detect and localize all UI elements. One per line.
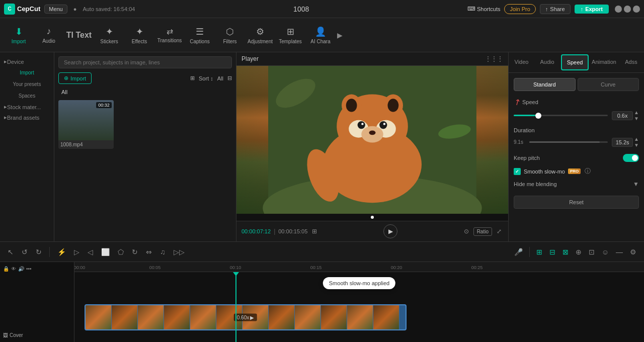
toolbar-text[interactable]: TI Text — [64, 20, 94, 50]
ruler-mark-3: 00:15 — [310, 265, 322, 270]
timeline-tool-4[interactable]: ⊕ — [573, 246, 584, 258]
sidebar-item-stock[interactable]: ▸ Stock mater... — [0, 102, 54, 112]
sort-button[interactable]: Sort ↕ — [199, 75, 213, 81]
mic-button[interactable]: 🎤 — [512, 246, 525, 258]
speed-up-arrow[interactable]: ▲ — [634, 110, 639, 115]
toolbar-adjustment[interactable]: ⚙ Adjustment — [246, 20, 275, 50]
toolbar-captions[interactable]: ☰ Captions — [185, 20, 214, 50]
duration-stepper[interactable]: ▲ ▼ — [634, 136, 639, 148]
timeline-tool-3[interactable]: ⊠ — [560, 246, 571, 258]
timeline-tool-2[interactable]: ⊟ — [547, 246, 558, 258]
split-tool[interactable]: ⚡ — [55, 246, 68, 258]
tab-audio[interactable]: Audio — [534, 55, 560, 70]
speed-tool-btn[interactable]: ▷▷ — [171, 246, 187, 258]
toolbar-stickers[interactable]: ✦ Stickers — [95, 20, 124, 50]
clip-frame — [347, 305, 373, 329]
left-panel: ▸ Device Import Your presets Spaces ▸ St… — [0, 52, 54, 241]
speed-slider[interactable] — [514, 112, 608, 120]
eye-icon[interactable]: 👁 — [11, 266, 16, 272]
toolbar-transitions[interactable]: ⇄ Transitions — [155, 20, 184, 50]
import-label: Import — [12, 39, 26, 44]
duration-down-arrow[interactable]: ▼ — [634, 142, 639, 148]
duration-start: 9.1s — [514, 139, 523, 145]
timeline-tool-1[interactable]: ⊞ — [534, 246, 545, 258]
play-button[interactable]: ▶ — [383, 224, 397, 238]
speed-thumb[interactable] — [535, 113, 541, 119]
undo-button[interactable]: ↺ — [19, 246, 30, 258]
clip-frame — [295, 305, 321, 329]
speed-label: ↗ Speed — [514, 97, 639, 107]
audio-icon[interactable]: 🔊 — [18, 266, 24, 272]
toolbar-more-button[interactable]: ▶ — [337, 31, 343, 39]
toolbar-effects[interactable]: ✦ Effects — [125, 20, 154, 50]
mask-tool[interactable]: ⬠ — [115, 246, 126, 258]
sidebar-item-brand-assets[interactable]: ▸ Brand assets — [0, 112, 54, 123]
export-button[interactable]: ↑ Export — [575, 5, 609, 14]
lock-icon[interactable]: 🔒 — [3, 266, 9, 272]
smooth-info-icon[interactable]: ⓘ — [585, 167, 591, 176]
keep-pitch-toggle[interactable] — [623, 154, 639, 162]
shortcuts-button[interactable]: ⌨ Shortcuts — [467, 6, 500, 12]
trim-left-tool[interactable]: ◁ — [85, 246, 96, 258]
sidebar-item-import[interactable]: Import — [0, 67, 54, 78]
grid-view-button[interactable]: ⊞ — [310, 226, 318, 236]
more-icon[interactable]: ••• — [26, 266, 32, 272]
toolbar-audio[interactable]: ♪ Audio — [34, 20, 63, 50]
timeline-settings[interactable]: ⚙ — [627, 246, 639, 258]
cover-label: 🖼 Cover — [3, 332, 71, 338]
svg-point-14 — [346, 99, 357, 112]
timeline-tool-7[interactable]: — — [613, 246, 625, 258]
trim-tool[interactable]: ▷ — [71, 246, 82, 258]
timeline-tool-6[interactable]: ☺ — [599, 246, 611, 258]
sidebar-item-spaces[interactable]: Spaces — [0, 90, 54, 102]
share-icon: ↑ — [545, 6, 548, 12]
timeline-tool-5[interactable]: ⊡ — [586, 246, 597, 258]
tab-video[interactable]: Video — [509, 55, 534, 70]
import-button[interactable]: ⊕ Import — [58, 72, 92, 84]
toolbar-templates[interactable]: ⊞ Templates — [276, 20, 305, 50]
minimize-button[interactable] — [615, 6, 622, 13]
ratio-button[interactable]: Ratio — [473, 227, 492, 236]
search-input[interactable] — [58, 56, 232, 68]
tab-speed[interactable]: Speed — [561, 54, 589, 70]
standard-tab[interactable]: Standard — [514, 78, 576, 91]
tab-animation[interactable]: Animation — [590, 55, 618, 70]
curve-tab[interactable]: Curve — [578, 78, 639, 91]
import-icon: ⬇ — [15, 26, 23, 37]
close-button[interactable] — [633, 6, 640, 13]
all-filter[interactable]: All — [217, 75, 223, 81]
maximize-button[interactable] — [624, 6, 631, 13]
speed-down-arrow[interactable]: ▼ — [634, 116, 639, 121]
menu-button[interactable]: Menu — [44, 5, 67, 14]
toolbar-ai-chara[interactable]: 👤 AI Chara — [306, 20, 335, 50]
toolbar-filters[interactable]: ⬡ Filters — [215, 20, 245, 50]
hide-me-row[interactable]: Hide me blending ▼ — [514, 181, 639, 188]
list-item[interactable]: 00:32 1008.mp4 — [58, 100, 114, 149]
speed-mode-tabs: Standard Curve — [514, 78, 639, 91]
tab-adss[interactable]: Adss — [618, 55, 644, 70]
share-button[interactable]: ↑ Share — [540, 4, 571, 14]
join-pro-button[interactable]: Join Pro — [504, 4, 535, 14]
sidebar-item-your-presets[interactable]: Your presets — [0, 78, 54, 90]
speed-stepper[interactable]: ▲ ▼ — [634, 110, 639, 121]
video-clip[interactable]: 0.60x ▶ — [85, 304, 407, 330]
crop-tool[interactable]: ⬜ — [99, 246, 112, 258]
audio-tool[interactable]: ♫ — [157, 246, 168, 258]
duration-up-arrow[interactable]: ▲ — [634, 136, 639, 142]
duration-slider[interactable] — [529, 138, 608, 146]
expand-button[interactable]: ⤢ — [495, 226, 503, 236]
reset-button[interactable]: Reset — [514, 196, 639, 209]
logo-icon: C — [4, 4, 15, 15]
select-tool[interactable]: ↖ — [5, 246, 16, 258]
right-panel-tabs: Video Audio Speed Animation Adss — [509, 52, 644, 73]
toolbar-import[interactable]: ⬇ Import — [4, 20, 33, 50]
grid-view-toggle[interactable]: ⊞ — [190, 75, 195, 81]
fullscreen-icon[interactable]: ⊙ — [462, 226, 470, 236]
smooth-slomo-checkbox[interactable]: ✓ — [514, 168, 521, 175]
rotate-tool[interactable]: ↻ — [129, 246, 140, 258]
redo-button[interactable]: ↻ — [33, 246, 44, 258]
player-menu-icon[interactable]: ⋮⋮⋮ — [485, 55, 503, 62]
filter-icon[interactable]: ⊟ — [227, 75, 232, 81]
sidebar-item-device[interactable]: ▸ Device — [0, 56, 54, 67]
flip-tool[interactable]: ⇔ — [143, 246, 154, 258]
